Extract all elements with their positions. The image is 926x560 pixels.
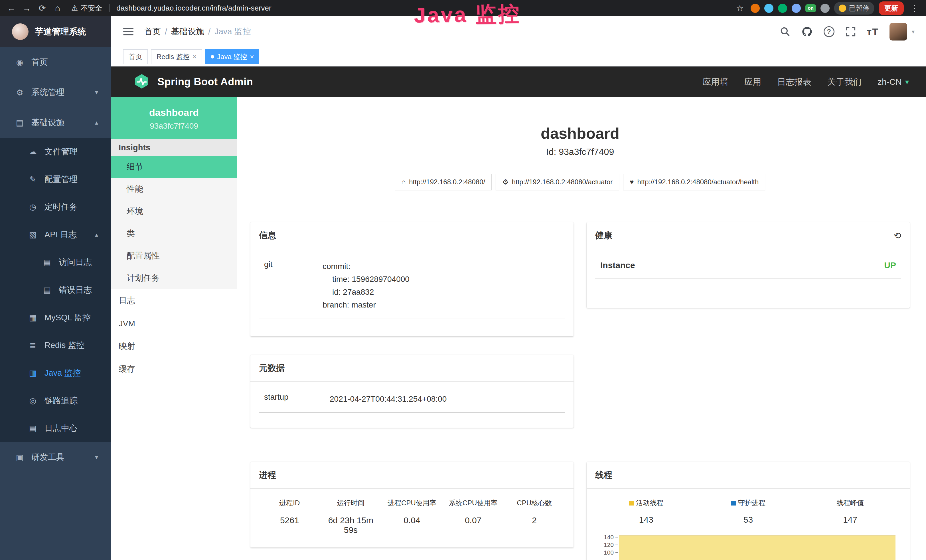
sba-item-classes[interactable]: 类 [111, 222, 237, 245]
sidebar-item-tracing[interactable]: ◎ 链路追踪 [0, 387, 111, 415]
chevron-down-icon: ▾ [95, 454, 98, 461]
user-avatar[interactable] [890, 23, 907, 41]
bookmark-star-icon[interactable]: ☆ [734, 3, 746, 13]
sidebar-item-mysql-monitor[interactable]: ▦ MySQL 监控 [0, 304, 111, 331]
breadcrumb-infrastructure[interactable]: 基础设施 [171, 26, 204, 37]
sidebar-item-log-center[interactable]: ▤ 日志中心 [0, 415, 111, 442]
actuator-url-link[interactable]: ⚙ http://192.168.0.2:48080/actuator [496, 174, 619, 190]
sba-item-config-props[interactable]: 配置属性 [111, 245, 237, 267]
tab-redis-monitor[interactable]: Redis 监控 × [151, 49, 202, 64]
sidebar-item-scheduled-jobs[interactable]: ◷ 定时任务 [0, 193, 111, 221]
legend-peak-threads: 线程峰值 147 [799, 498, 901, 525]
sba-brand[interactable]: Spring Boot Admin [157, 76, 253, 88]
back-icon[interactable]: ← [5, 3, 18, 13]
sidebar-item-file-mgmt[interactable]: ☁ 文件管理 [0, 138, 111, 165]
fullscreen-icon[interactable] [845, 26, 856, 37]
security-chip[interactable]: ⚠ 不安全 [71, 3, 102, 13]
close-icon[interactable]: × [192, 53, 197, 61]
sidebar-item-config-mgmt[interactable]: ✎ 配置管理 [0, 165, 111, 193]
close-icon[interactable]: × [250, 53, 254, 61]
sba-item-logs[interactable]: 日志 [111, 289, 237, 312]
stat-pid: 进程ID 5261 [259, 498, 320, 535]
sba-item-scheduled-tasks[interactable]: 计划任务 [111, 267, 237, 289]
sidebar-item-label: Java 监控 [44, 368, 81, 379]
browser-menu-icon[interactable]: ⋮ [908, 3, 921, 13]
breadcrumb-separator: / [208, 27, 210, 36]
sidebar-item-home[interactable]: ◉ 首页 [0, 47, 111, 77]
home-icon[interactable]: ⌂ [51, 3, 64, 13]
extension-on-badge[interactable]: on [805, 4, 816, 12]
instance-links: ⌂ http://192.168.0.2:48080/ ⚙ http://192… [250, 174, 910, 190]
sba-nav-about[interactable]: 关于我们 [827, 76, 861, 88]
sidebar-item-label: 访问日志 [59, 257, 92, 268]
info-card-title: 信息 [250, 222, 573, 249]
extension-icon[interactable] [778, 4, 787, 13]
right-column: 健康 ⟲ Instance UP [587, 222, 910, 560]
sidebar-item-label: 基础设施 [31, 117, 65, 129]
tab-java-monitor[interactable]: Java 监控 × [205, 49, 259, 64]
sba-instance-header[interactable]: dashboard 93a3fc7f7409 [111, 97, 237, 139]
help-icon[interactable]: ? [824, 26, 834, 37]
service-url-link[interactable]: ⌂ http://192.168.0.2:48080/ [395, 174, 492, 190]
info-key: git [264, 260, 322, 311]
extension-icon[interactable] [750, 4, 760, 13]
process-card-title: 进程 [250, 462, 573, 489]
health-card-title: 健康 [595, 230, 612, 241]
search-icon[interactable] [780, 26, 791, 37]
info-line: id: 27aa832 [322, 286, 560, 298]
sidebar-item-label: 系统管理 [31, 87, 65, 98]
sba-nav-applications[interactable]: 应用 [744, 76, 761, 88]
sidebar-item-system-mgmt[interactable]: ⚙ 系统管理 ▾ [0, 77, 111, 107]
sidebar-item-dev-tools[interactable]: ▣ 研发工具 ▾ [0, 442, 111, 472]
sba-item-details[interactable]: 细节 [111, 156, 237, 178]
tab-home[interactable]: 首页 [123, 49, 148, 64]
reload-icon[interactable]: ⟳ [36, 3, 48, 13]
app-logo[interactable]: 芋道管理系统 [0, 16, 111, 47]
clock-icon: ◷ [28, 202, 38, 212]
health-url-link[interactable]: ♥ http://192.168.0.2:48080/actuator/heal… [623, 174, 765, 190]
sidebar-item-api-logs[interactable]: ▧ API 日志 ▴ [0, 221, 111, 248]
health-instance-label: Instance [600, 260, 635, 270]
sba-main: dashboard Id: 93a3fc7f7409 ⌂ http://192.… [237, 97, 926, 560]
sba-insights-group: 细节 性能 环境 类 配置属性 计划任务 [111, 156, 237, 289]
paused-badge[interactable]: 已暂停 [834, 2, 874, 15]
breadcrumb-home[interactable]: 首页 [144, 26, 161, 37]
extension-icon[interactable] [792, 4, 801, 13]
process-stats: 进程ID 5261 运行时间 6d 23h 15m 59s [259, 498, 565, 535]
github-icon[interactable] [801, 26, 813, 37]
legend-daemon-threads: 守护进程 53 [697, 498, 799, 525]
update-button[interactable]: 更新 [879, 2, 904, 15]
health-instance-row[interactable]: Instance UP [595, 259, 901, 278]
forward-icon[interactable]: → [21, 3, 33, 13]
sba-nav: 应用墙 应用 日志报表 关于我们 zh-CN ▾ [702, 76, 909, 88]
legend-yellow-swatch-icon [629, 501, 634, 506]
page-title: dashboard [250, 124, 910, 142]
sba-item-metrics[interactable]: 性能 [111, 178, 237, 200]
sba-locale-value: zh-CN [878, 77, 902, 87]
hamburger-icon[interactable] [123, 27, 133, 36]
extension-icon[interactable] [764, 4, 773, 13]
sidebar-item-error-logs[interactable]: ▤ 错误日志 [0, 276, 111, 304]
service-url-text: http://192.168.0.2:48080/ [409, 178, 485, 186]
sba-nav-journal[interactable]: 日志报表 [777, 76, 811, 88]
history-icon[interactable]: ⟲ [893, 230, 901, 241]
sidebar-item-access-logs[interactable]: ▤ 访问日志 [0, 248, 111, 276]
sba-item-jvm[interactable]: JVM [111, 312, 237, 335]
legend-live-threads: 活动线程 143 [595, 498, 697, 525]
font-size-icon[interactable]: тT [867, 26, 879, 37]
tab-label: Redis 监控 [157, 52, 190, 61]
sidebar-item-java-monitor[interactable]: ▥ Java 监控 [0, 359, 111, 387]
paused-label: 已暂停 [849, 4, 870, 13]
admin-sidebar: 芋道管理系统 ◉ 首页 ⚙ 系统管理 ▾ ▤ 基础设施 ▴ ☁ 文件管理 [0, 16, 111, 560]
extension-icon[interactable] [820, 4, 830, 13]
sba-locale-select[interactable]: zh-CN ▾ [878, 77, 909, 87]
sidebar-item-infrastructure[interactable]: ▤ 基础设施 ▴ [0, 107, 111, 138]
sba-item-environment[interactable]: 环境 [111, 200, 237, 222]
sidebar-item-redis-monitor[interactable]: ≣ Redis 监控 [0, 331, 111, 359]
sidebar-item-label: 文件管理 [44, 146, 77, 157]
sba-item-caches[interactable]: 缓存 [111, 358, 237, 381]
sba-nav-wallboard[interactable]: 应用墙 [702, 76, 728, 88]
sba-item-mappings[interactable]: 映射 [111, 335, 237, 358]
address-bar[interactable]: dashboard.yudao.iocoder.cn/infra/admin-s… [117, 4, 731, 12]
threads-card: 线程 活动线程 14 [587, 462, 910, 560]
